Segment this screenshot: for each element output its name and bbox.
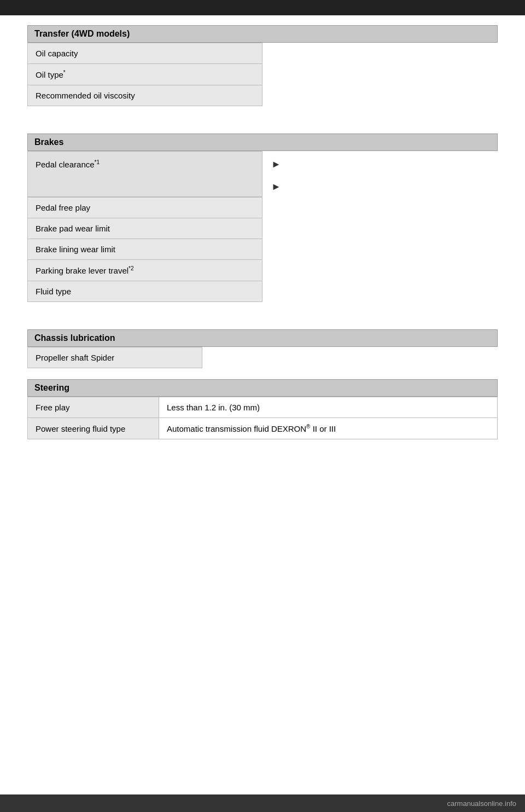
pedal-clearance-label: Pedal clearance*1 [36, 159, 254, 169]
watermark-text: carmanualsonline.info [447, 799, 516, 808]
top-bar [0, 0, 525, 15]
brakes-arrows: ► ► [262, 151, 284, 204]
pedal-clearance-box: Pedal clearance*1 [27, 151, 262, 197]
steering-row-label: Power steering fluid type [28, 418, 159, 439]
brakes-row-label: Parking brake lever travel*2 [28, 260, 262, 281]
brakes-rows-table: Pedal free playBrake pad wear limitBrake… [27, 197, 262, 302]
brakes-row-label: Pedal free play [28, 198, 262, 218]
transfer-row-label: Oil capacity [28, 43, 262, 64]
brakes-layout: Pedal clearance*1 Pedal free playBrake p… [27, 151, 498, 302]
transfer-table: Oil capacityOil type*Recommended oil vis… [27, 43, 262, 106]
propeller-shaft-box: Propeller shaft Spider [27, 347, 202, 368]
arrow-right-icon-1: ► [271, 159, 281, 170]
propeller-shaft-label: Propeller shaft Spider [36, 353, 114, 362]
chassis-title: Chassis lubrication [34, 333, 115, 343]
brake-arrow-2: ► [271, 181, 284, 193]
brakes-row-label: Brake lining wear limit [28, 239, 262, 260]
transfer-title: Transfer (4WD models) [34, 29, 130, 38]
transfer-section-header: Transfer (4WD models) [27, 25, 498, 43]
steering-row-label: Free play [28, 397, 159, 418]
transfer-row-label: Oil type* [28, 64, 262, 85]
brakes-section-header: Brakes [27, 134, 498, 151]
brake-arrow-1: ► [271, 159, 284, 170]
arrow-right-icon-2: ► [271, 181, 281, 193]
brakes-row-label: Fluid type [28, 281, 262, 302]
steering-row-value: Automatic transmission fluid DEXRON® II … [159, 418, 498, 439]
brakes-title: Brakes [34, 137, 63, 147]
bottom-bar: carmanualsonline.info [0, 794, 525, 812]
chassis-section-header: Chassis lubrication [27, 329, 498, 347]
brakes-left: Pedal clearance*1 Pedal free playBrake p… [27, 151, 262, 302]
transfer-row-label: Recommended oil viscosity [28, 85, 262, 106]
steering-row-value: Less than 1.2 in. (30 mm) [159, 397, 498, 418]
steering-title: Steering [34, 383, 69, 392]
steering-table: Free playLess than 1.2 in. (30 mm)Power … [27, 397, 498, 439]
steering-section-header: Steering [27, 379, 498, 397]
brakes-row-label: Brake pad wear limit [28, 218, 262, 239]
